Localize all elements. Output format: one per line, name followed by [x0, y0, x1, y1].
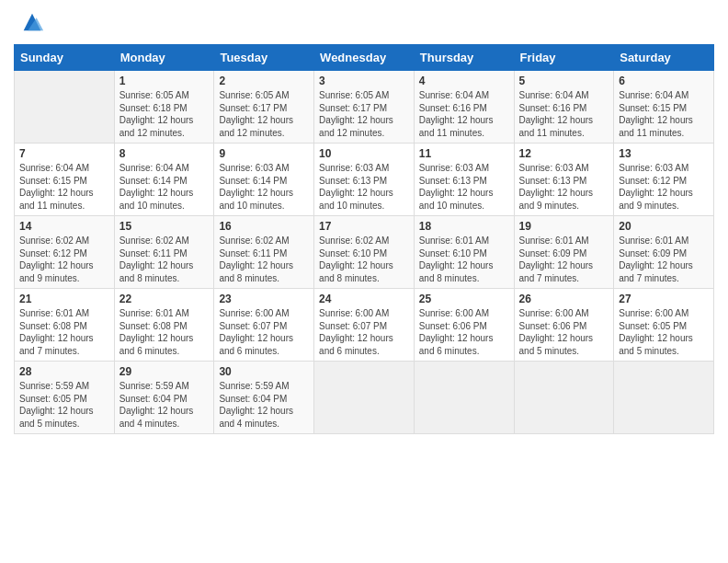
week-row-4: 28Sunrise: 5:59 AM Sunset: 6:05 PM Dayli…	[15, 362, 714, 434]
week-row-2: 14Sunrise: 6:02 AM Sunset: 6:12 PM Dayli…	[15, 216, 714, 289]
day-info: Sunrise: 6:05 AM Sunset: 6:18 PM Dayligh…	[119, 89, 210, 139]
day-info: Sunrise: 5:59 AM Sunset: 6:04 PM Dayligh…	[219, 380, 309, 430]
day-number: 18	[419, 220, 509, 233]
day-number: 1	[119, 75, 210, 87]
day-number: 14	[19, 220, 109, 233]
day-cell: 15Sunrise: 6:02 AM Sunset: 6:11 PM Dayli…	[114, 216, 214, 289]
day-info: Sunrise: 6:05 AM Sunset: 6:17 PM Dayligh…	[319, 89, 409, 139]
day-cell: 20Sunrise: 6:01 AM Sunset: 6:09 PM Dayli…	[614, 216, 714, 289]
day-cell: 30Sunrise: 5:59 AM Sunset: 6:04 PM Dayli…	[214, 362, 314, 434]
day-number: 7	[19, 147, 109, 160]
day-info: Sunrise: 6:04 AM Sunset: 6:15 PM Dayligh…	[19, 162, 109, 212]
header	[14, 9, 714, 35]
day-number: 23	[219, 293, 309, 305]
day-cell: 14Sunrise: 6:02 AM Sunset: 6:12 PM Dayli…	[15, 216, 115, 289]
week-row-1: 7Sunrise: 6:04 AM Sunset: 6:15 PM Daylig…	[15, 144, 714, 216]
day-cell: 12Sunrise: 6:03 AM Sunset: 6:13 PM Dayli…	[514, 144, 614, 216]
day-cell: 6Sunrise: 6:04 AM Sunset: 6:15 PM Daylig…	[614, 71, 714, 144]
weekday-header-tuesday: Tuesday	[214, 45, 314, 71]
page-container: SundayMondayTuesdayWednesdayThursdayFrid…	[0, 0, 728, 443]
day-cell: 8Sunrise: 6:04 AM Sunset: 6:14 PM Daylig…	[114, 144, 214, 216]
day-info: Sunrise: 6:02 AM Sunset: 6:10 PM Dayligh…	[319, 235, 409, 284]
day-number: 3	[319, 75, 409, 87]
day-number: 30	[219, 365, 309, 378]
day-info: Sunrise: 6:01 AM Sunset: 6:08 PM Dayligh…	[19, 307, 109, 357]
weekday-header-saturday: Saturday	[614, 45, 714, 71]
day-info: Sunrise: 6:00 AM Sunset: 6:06 PM Dayligh…	[519, 307, 609, 357]
day-info: Sunrise: 6:04 AM Sunset: 6:16 PM Dayligh…	[519, 89, 609, 139]
day-number: 28	[19, 365, 109, 378]
day-cell: 16Sunrise: 6:02 AM Sunset: 6:11 PM Dayli…	[214, 216, 314, 289]
day-cell: 7Sunrise: 6:04 AM Sunset: 6:15 PM Daylig…	[15, 144, 115, 216]
day-cell: 26Sunrise: 6:00 AM Sunset: 6:06 PM Dayli…	[514, 289, 614, 362]
day-cell: 11Sunrise: 6:03 AM Sunset: 6:13 PM Dayli…	[414, 144, 514, 216]
week-row-3: 21Sunrise: 6:01 AM Sunset: 6:08 PM Dayli…	[15, 289, 714, 362]
day-number: 20	[619, 220, 709, 233]
weekday-header-wednesday: Wednesday	[314, 45, 415, 71]
day-cell: 18Sunrise: 6:01 AM Sunset: 6:10 PM Dayli…	[414, 216, 514, 289]
day-number: 25	[419, 293, 509, 305]
day-cell: 13Sunrise: 6:03 AM Sunset: 6:12 PM Dayli…	[614, 144, 714, 216]
day-number: 11	[419, 147, 509, 160]
day-number: 24	[319, 293, 409, 305]
day-number: 9	[219, 147, 309, 160]
weekday-header-friday: Friday	[514, 45, 614, 71]
day-cell: 9Sunrise: 6:03 AM Sunset: 6:14 PM Daylig…	[214, 144, 314, 216]
day-cell: 23Sunrise: 6:00 AM Sunset: 6:07 PM Dayli…	[214, 289, 314, 362]
day-info: Sunrise: 6:05 AM Sunset: 6:17 PM Dayligh…	[219, 89, 309, 139]
day-info: Sunrise: 5:59 AM Sunset: 6:05 PM Dayligh…	[19, 380, 109, 430]
day-info: Sunrise: 6:00 AM Sunset: 6:06 PM Dayligh…	[419, 307, 509, 357]
day-number: 22	[119, 293, 210, 305]
day-info: Sunrise: 6:02 AM Sunset: 6:11 PM Dayligh…	[119, 235, 210, 284]
day-info: Sunrise: 5:59 AM Sunset: 6:04 PM Dayligh…	[119, 380, 210, 430]
day-number: 16	[219, 220, 309, 233]
day-number: 21	[19, 293, 109, 305]
day-info: Sunrise: 6:04 AM Sunset: 6:14 PM Dayligh…	[119, 162, 210, 212]
weekday-header-thursday: Thursday	[414, 45, 514, 71]
day-cell: 21Sunrise: 6:01 AM Sunset: 6:08 PM Dayli…	[15, 289, 115, 362]
day-info: Sunrise: 6:00 AM Sunset: 6:05 PM Dayligh…	[619, 307, 709, 357]
day-cell: 25Sunrise: 6:00 AM Sunset: 6:06 PM Dayli…	[414, 289, 514, 362]
day-cell: 28Sunrise: 5:59 AM Sunset: 6:05 PM Dayli…	[15, 362, 115, 434]
day-number: 15	[119, 220, 210, 233]
logo-icon	[19, 9, 45, 35]
day-cell: 27Sunrise: 6:00 AM Sunset: 6:05 PM Dayli…	[614, 289, 714, 362]
day-cell: 3Sunrise: 6:05 AM Sunset: 6:17 PM Daylig…	[314, 71, 415, 144]
day-number: 8	[119, 147, 210, 160]
day-info: Sunrise: 6:02 AM Sunset: 6:12 PM Dayligh…	[19, 235, 109, 284]
day-number: 27	[619, 293, 709, 305]
day-number: 12	[519, 147, 609, 160]
day-cell	[314, 362, 415, 434]
day-cell: 29Sunrise: 5:59 AM Sunset: 6:04 PM Dayli…	[114, 362, 214, 434]
day-number: 10	[319, 147, 409, 160]
day-cell	[414, 362, 514, 434]
day-info: Sunrise: 6:01 AM Sunset: 6:09 PM Dayligh…	[519, 235, 609, 284]
day-info: Sunrise: 6:04 AM Sunset: 6:15 PM Dayligh…	[619, 89, 709, 139]
week-row-0: 1Sunrise: 6:05 AM Sunset: 6:18 PM Daylig…	[15, 71, 714, 144]
day-info: Sunrise: 6:01 AM Sunset: 6:10 PM Dayligh…	[419, 235, 509, 284]
day-cell	[15, 71, 115, 144]
day-info: Sunrise: 6:03 AM Sunset: 6:14 PM Dayligh…	[219, 162, 309, 212]
day-info: Sunrise: 6:04 AM Sunset: 6:16 PM Dayligh…	[419, 89, 509, 139]
day-cell: 17Sunrise: 6:02 AM Sunset: 6:10 PM Dayli…	[314, 216, 415, 289]
day-cell: 5Sunrise: 6:04 AM Sunset: 6:16 PM Daylig…	[514, 71, 614, 144]
day-cell: 19Sunrise: 6:01 AM Sunset: 6:09 PM Dayli…	[514, 216, 614, 289]
day-number: 2	[219, 75, 309, 87]
day-info: Sunrise: 6:00 AM Sunset: 6:07 PM Dayligh…	[319, 307, 409, 357]
day-cell: 4Sunrise: 6:04 AM Sunset: 6:16 PM Daylig…	[414, 71, 514, 144]
weekday-header-monday: Monday	[114, 45, 214, 71]
day-info: Sunrise: 6:03 AM Sunset: 6:12 PM Dayligh…	[619, 162, 709, 212]
day-cell: 1Sunrise: 6:05 AM Sunset: 6:18 PM Daylig…	[114, 71, 214, 144]
weekday-header-sunday: Sunday	[15, 45, 115, 71]
day-info: Sunrise: 6:03 AM Sunset: 6:13 PM Dayligh…	[319, 162, 409, 212]
day-cell: 24Sunrise: 6:00 AM Sunset: 6:07 PM Dayli…	[314, 289, 415, 362]
day-cell	[614, 362, 714, 434]
day-info: Sunrise: 6:01 AM Sunset: 6:09 PM Dayligh…	[619, 235, 709, 284]
day-info: Sunrise: 6:01 AM Sunset: 6:08 PM Dayligh…	[119, 307, 210, 357]
day-number: 26	[519, 293, 609, 305]
day-number: 6	[619, 75, 709, 87]
day-cell: 22Sunrise: 6:01 AM Sunset: 6:08 PM Dayli…	[114, 289, 214, 362]
day-cell: 2Sunrise: 6:05 AM Sunset: 6:17 PM Daylig…	[214, 71, 314, 144]
weekday-header-row: SundayMondayTuesdayWednesdayThursdayFrid…	[15, 45, 714, 71]
calendar-table: SundayMondayTuesdayWednesdayThursdayFrid…	[14, 44, 714, 434]
